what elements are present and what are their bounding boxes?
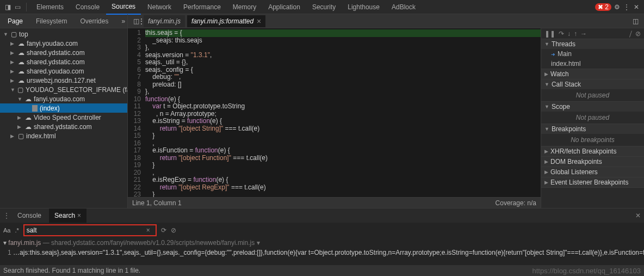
tree-file[interactable]: ▶▢index.html	[0, 131, 127, 140]
tab-sources[interactable]: Sources	[106, 0, 141, 15]
page-panel-tab[interactable]: Page	[3, 14, 27, 28]
toggle-debug-icon[interactable]: ◫	[630, 17, 641, 25]
tab-elements[interactable]: Elements	[31, 0, 69, 14]
tab-lighthouse[interactable]: Lighthouse	[342, 0, 385, 14]
tree-domain[interactable]: ▶☁shared.ydstatic.com	[0, 48, 127, 57]
global-listeners-header[interactable]: ▶Global Listeners	[541, 167, 644, 177]
search-input[interactable]	[27, 226, 146, 234]
tree-domain[interactable]: ▶☁shared.ydstatic.com	[0, 122, 127, 131]
thread-item[interactable]: index.html	[541, 59, 644, 69]
sources-subbar: Page Filesystem Overrides » ⋮ ◫ fanyi.mi…	[0, 14, 644, 28]
code-lines[interactable]: this.seajs = { _seajs: this.seajs }, sea…	[145, 28, 541, 197]
step-icon[interactable]: →	[580, 30, 587, 38]
watermark: https://blog.csdn.net/qq_16146103	[532, 267, 641, 275]
step-over-icon[interactable]: ↷	[559, 30, 564, 38]
tree-domain[interactable]: ▶☁urswebzj.nosdn.127.net	[0, 76, 127, 85]
overrides-panel-tab[interactable]: Overrides	[76, 14, 113, 28]
line-gutter: 123456789101112131415161718192021222324	[128, 28, 145, 197]
tab-security[interactable]: Security	[307, 0, 341, 14]
file-tab-formatted[interactable]: fanyi.min.js:formatted×	[187, 15, 265, 27]
close-drawer-tab-icon[interactable]: ×	[77, 212, 81, 219]
drawer-tab-console[interactable]: Console	[12, 208, 47, 223]
tree-domain[interactable]: ▶☁fanyi.youdao.com	[0, 39, 127, 48]
tab-memory[interactable]: Memory	[227, 0, 262, 14]
scope-header[interactable]: ▼Scope	[541, 102, 644, 112]
main-tabbar: ◨ ▭ Elements Console Sources Network Per…	[0, 0, 644, 14]
file-navigator: ▼▢top ▶☁fanyi.youdao.com ▶☁shared.ydstat…	[0, 28, 128, 208]
more-icon[interactable]: ⋮	[622, 3, 631, 11]
toggle-nav-icon[interactable]: ◫	[131, 17, 141, 25]
tree-top[interactable]: ▼▢top	[0, 29, 127, 39]
close-tab-icon[interactable]: ×	[257, 17, 261, 25]
search-input-box: ×	[23, 224, 157, 236]
tree-file-index[interactable]: (index)	[0, 103, 127, 113]
deactivate-bp-icon[interactable]: ⧸	[629, 30, 632, 38]
callstack-header[interactable]: ▼Call Stack	[541, 79, 644, 89]
settings-icon[interactable]: ⚙	[612, 3, 621, 11]
drawer: ⋮ Console Search× ✕ Aa .* × ⟳ ⊘ ▾ fanyi.…	[0, 208, 644, 276]
threads-header[interactable]: ▼Threads	[541, 39, 644, 49]
close-devtools-icon[interactable]: ✕	[632, 3, 641, 11]
clear-search-icon[interactable]: ×	[146, 226, 150, 234]
device-icon[interactable]: ▭	[13, 3, 22, 11]
tree-domain[interactable]: ▶☁Video Speed Controller	[0, 113, 127, 122]
tab-performance[interactable]: Performance	[178, 0, 226, 14]
search-result-file[interactable]: ▾ fanyi.min.js — shared.ydstatic.com/fan…	[0, 238, 644, 248]
clear-results-icon[interactable]: ⊘	[171, 226, 176, 234]
watch-header[interactable]: ▶Watch	[541, 69, 644, 79]
xhr-bp-header[interactable]: ▶XHR/fetch Breakpoints	[541, 146, 644, 156]
pause-icon[interactable]: ❚❚	[544, 30, 555, 38]
thread-main[interactable]: Main	[541, 49, 644, 59]
coverage-status: Coverage: n/a	[496, 199, 536, 207]
breakpoints-header[interactable]: ▼Breakpoints	[541, 124, 644, 134]
dom-bp-header[interactable]: ▶DOM Breakpoints	[541, 157, 644, 167]
tab-network[interactable]: Network	[142, 0, 177, 14]
close-drawer-icon[interactable]: ✕	[635, 212, 641, 219]
inspect-icon[interactable]: ◨	[3, 3, 12, 11]
debugger-sidebar: ❚❚ ↷ ↓ ↑ → ⧸ ⊘ ▼Threads Main index.html …	[541, 28, 644, 208]
filesystem-panel-tab[interactable]: Filesystem	[32, 14, 71, 28]
tab-application[interactable]: Application	[263, 0, 306, 14]
tab-adblock[interactable]: AdBlock	[386, 0, 421, 14]
error-badge[interactable]: ✖ 2	[595, 3, 611, 11]
match-case-toggle[interactable]: Aa	[3, 227, 10, 234]
tree-frame[interactable]: ▼▢YOUDAO_SELECTOR_IFRAME (fanyi.youdao.c	[0, 85, 127, 94]
search-result-line[interactable]: 1 …ajs:this.seajs},seajs.version="1.3.1"…	[0, 248, 644, 257]
search-status: Search finished. Found 1 matching line i…	[3, 267, 140, 274]
event-bp-header[interactable]: ▶Event Listener Breakpoints	[541, 177, 644, 187]
tree-domain[interactable]: ▼☁fanyi.youdao.com	[0, 94, 127, 103]
regex-toggle[interactable]: .*	[15, 227, 18, 234]
tree-domain[interactable]: ▶☁shared.ydstatic.com	[0, 57, 127, 66]
tree-domain[interactable]: ▶☁shared.youdao.com	[0, 66, 127, 76]
code-editor[interactable]: 123456789101112131415161718192021222324 …	[128, 28, 541, 208]
step-into-icon[interactable]: ↓	[567, 30, 571, 38]
drawer-more-icon[interactable]: ⋮	[3, 212, 10, 219]
pause-exception-icon[interactable]: ⊘	[635, 30, 641, 38]
tab-console[interactable]: Console	[70, 0, 105, 14]
cursor-position: Line 1, Column 1	[132, 199, 182, 207]
refresh-icon[interactable]: ⟳	[161, 226, 166, 234]
step-out-icon[interactable]: ↑	[574, 30, 577, 38]
file-tab-original[interactable]: fanyi.min.js	[144, 15, 185, 27]
drawer-tab-search[interactable]: Search×	[49, 208, 86, 223]
